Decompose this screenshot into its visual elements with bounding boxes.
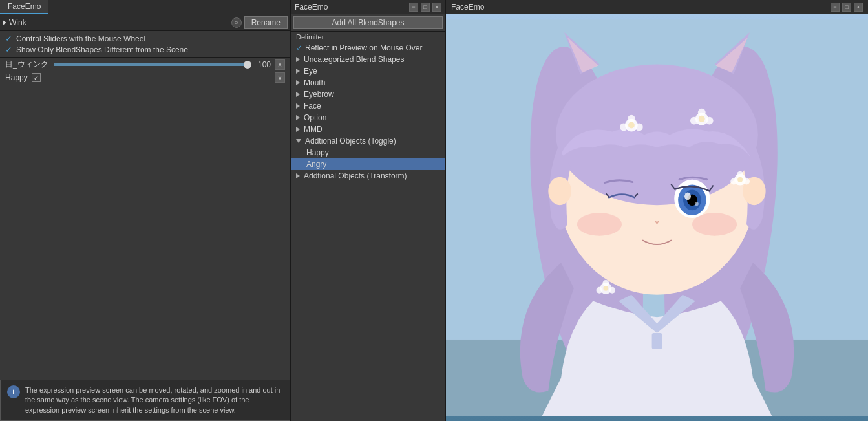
- tooltip-box: i The expression preview screen can be m…: [0, 380, 290, 421]
- svg-point-10: [548, 177, 571, 205]
- delimiter-dots: =====: [413, 33, 440, 41]
- tooltip-text: The expression preview screen can be mov…: [25, 385, 283, 415]
- dropdown-header: FaceEmo ≡ □ ×: [291, 0, 445, 14]
- svg-point-37: [609, 286, 615, 293]
- add-all-row: Add All BlendShapes: [291, 14, 445, 32]
- arrow-eyebrow: [296, 92, 300, 97]
- svg-point-26: [690, 116, 698, 124]
- svg-point-19: [692, 213, 737, 236]
- preview-area: [446, 14, 868, 421]
- add-all-blendshapes-btn[interactable]: Add All BlendShapes: [293, 16, 443, 29]
- menu-btn[interactable]: ≡: [409, 3, 418, 12]
- arrow-eye: [296, 69, 300, 74]
- svg-point-27: [706, 116, 714, 124]
- blend-slider[interactable]: [54, 63, 248, 66]
- maximize-btn[interactable]: □: [421, 3, 430, 12]
- tree-item-mouth[interactable]: Mouth: [291, 77, 445, 89]
- svg-point-28: [698, 108, 706, 116]
- tree-list: Uncategorized Blend Shapes Eye Mouth Eye…: [291, 54, 445, 421]
- reflect-label: Reflect in Preview on Mouse Over: [305, 43, 422, 52]
- tree-item-transform[interactable]: Addtional Objects (Transform): [291, 170, 445, 182]
- tree-item-eyebrow[interactable]: Eyebrow: [291, 89, 445, 100]
- window-controls: ≡ □ ×: [409, 3, 441, 12]
- arrow-mouth: [296, 80, 300, 85]
- close-btn[interactable]: ×: [432, 3, 441, 12]
- svg-point-36: [597, 286, 603, 293]
- svg-point-32: [743, 178, 750, 184]
- slider-label: 目_ウィンク: [5, 59, 50, 70]
- happy-label: Happy: [5, 73, 28, 82]
- info-icon: i: [7, 385, 20, 398]
- svg-point-34: [737, 177, 743, 182]
- svg-point-23: [628, 114, 635, 122]
- control-sliders-label: Control Sliders with the Mouse Wheel: [16, 34, 145, 43]
- wink-label: Wink: [9, 18, 26, 27]
- tree-item-option[interactable]: Option: [291, 112, 445, 124]
- tree-item-face[interactable]: Face: [291, 100, 445, 112]
- slider-row: 目_ウィンク 100 x: [0, 58, 290, 71]
- happy-checkbox[interactable]: ✓: [32, 73, 41, 82]
- arrow-transform: [296, 173, 300, 178]
- svg-point-38: [602, 279, 609, 286]
- svg-point-18: [577, 213, 622, 236]
- svg-point-16: [684, 192, 691, 200]
- happy-row: Happy ✓ x: [0, 71, 290, 84]
- tree-item-toggle[interactable]: Addtional Objects (Toggle): [291, 135, 445, 147]
- slider-value: 100: [251, 60, 271, 69]
- happy-remove-btn[interactable]: x: [275, 72, 285, 83]
- arrow-toggle: [296, 139, 301, 143]
- arrow-uncategorized: [296, 57, 300, 62]
- svg-point-29: [699, 115, 705, 122]
- svg-point-17: [695, 202, 699, 206]
- tree-item-happy[interactable]: Happy: [291, 147, 445, 158]
- dropdown-tab-label: FaceEmo: [295, 3, 328, 12]
- svg-point-22: [635, 123, 643, 131]
- left-panel-tab[interactable]: FaceEmo: [0, 0, 48, 14]
- show-only-label: Show Only BlendShapes Different from the…: [16, 45, 188, 54]
- control-sliders-option: ✓ Control Sliders with the Mouse Wheel: [5, 34, 285, 43]
- tree-item-angry[interactable]: Angry: [291, 158, 445, 170]
- arrow-option: [296, 115, 300, 120]
- svg-point-39: [603, 285, 608, 290]
- arrow-mmd: [296, 127, 300, 132]
- wink-expand-icon[interactable]: [3, 20, 6, 25]
- svg-point-21: [620, 123, 628, 131]
- svg-rect-40: [652, 333, 662, 349]
- preview-header: FaceEmo ≡ □ ×: [446, 0, 868, 14]
- wink-settings-btn[interactable]: ○: [231, 17, 242, 28]
- svg-point-24: [628, 122, 635, 128]
- rename-button[interactable]: Rename: [244, 16, 288, 29]
- svg-point-31: [730, 178, 737, 184]
- slider-remove-btn[interactable]: x: [275, 59, 285, 70]
- preview-menu-btn[interactable]: ≡: [831, 3, 840, 12]
- reflect-checkmark: ✓: [296, 43, 302, 52]
- tree-item-mmd[interactable]: MMD: [291, 124, 445, 135]
- preview-tab-label: FaceEmo: [451, 3, 484, 12]
- reflect-row[interactable]: ✓ Reflect in Preview on Mouse Over: [291, 42, 445, 54]
- preview-window-controls: ≡ □ ×: [831, 3, 863, 12]
- tree-item-uncategorized[interactable]: Uncategorized Blend Shapes: [291, 54, 445, 65]
- preview-maximize-btn[interactable]: □: [842, 3, 851, 12]
- preview-close-btn[interactable]: ×: [854, 3, 863, 12]
- show-only-option: ✓ Show Only BlendShapes Different from t…: [5, 45, 285, 54]
- tree-item-eye[interactable]: Eye: [291, 65, 445, 77]
- checkmark-icon2: ✓: [5, 45, 12, 54]
- delimiter-label: Delimiter: [296, 33, 324, 41]
- delimiter-row: Delimiter =====: [291, 32, 445, 42]
- svg-point-33: [737, 171, 743, 177]
- arrow-face: [296, 103, 300, 109]
- checkmark-icon: ✓: [5, 34, 12, 43]
- character-svg: [446, 17, 868, 418]
